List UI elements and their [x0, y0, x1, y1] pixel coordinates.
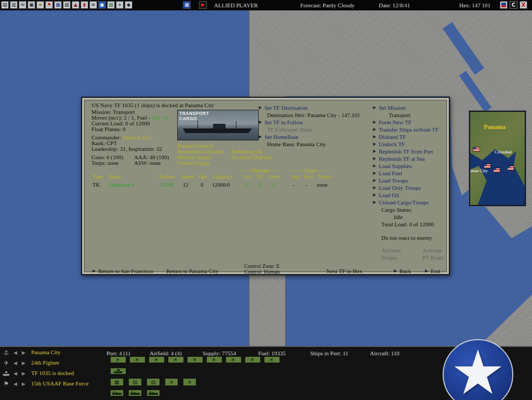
- activate-barges-button[interactable]: Activate: [381, 247, 401, 253]
- load-supplies-button[interactable]: Load Supplies: [373, 163, 411, 169]
- aircraft-icon[interactable]: ✈: [168, 356, 184, 363]
- next-tf-in-hex-button[interactable]: Next TF in Hex: [326, 268, 362, 274]
- facility-icon[interactable]: ▤: [128, 378, 142, 386]
- aircraft-icon[interactable]: ✈: [245, 356, 261, 363]
- exit-button[interactable]: Exit: [425, 268, 440, 274]
- load-only-troops-button[interactable]: Load Only Troops: [373, 185, 421, 191]
- next-unit-button[interactable]: ▶: [22, 381, 25, 386]
- ship-unit-icon[interactable]: [110, 368, 126, 375]
- td-ship-name[interactable]: Cathwood #: [108, 182, 135, 188]
- plane-glyph-icon: ✈: [115, 356, 122, 363]
- list-icon[interactable]: ▥: [10, 1, 18, 9]
- action-label: Disband TF: [379, 134, 406, 140]
- base-name-link[interactable]: Panama City: [31, 349, 61, 355]
- float-planes-line: Float Planes: 0: [91, 126, 125, 132]
- ground-unit-icon: ⚑: [2, 380, 10, 388]
- unload-cargo-button[interactable]: Unload Cargo/Troops: [373, 199, 429, 205]
- arrow-icon: [373, 164, 376, 167]
- load-oil-button[interactable]: Load Oil: [373, 192, 399, 198]
- aircraft-icon[interactable]: ✈: [149, 356, 165, 363]
- minimap[interactable]: Panama Cristobal ama City: [469, 111, 526, 206]
- prev-airgroup-button[interactable]: ◀: [14, 360, 17, 366]
- undock-tf-button[interactable]: Undock TF: [373, 141, 405, 147]
- prev-tf-button[interactable]: ◀: [14, 371, 17, 376]
- activate-pt-boats-button-line2[interactable]: PT Boats: [422, 254, 443, 261]
- factory-icon[interactable]: [147, 390, 160, 396]
- facility-icon[interactable]: ▤: [147, 378, 160, 386]
- load-fuel-button[interactable]: Load Fuel: [373, 170, 402, 176]
- disband-tf-button[interactable]: Disband TF: [373, 134, 406, 140]
- aircraft-icon[interactable]: ✈: [110, 356, 126, 363]
- nation-flag-icon[interactable]: [500, 1, 508, 9]
- factory-icon[interactable]: [128, 390, 142, 396]
- replenish-from-port-button[interactable]: Replenish TF from Port: [373, 148, 433, 154]
- flag-icon[interactable]: ⚑: [45, 1, 53, 9]
- reports-icon[interactable]: ≡: [89, 1, 97, 9]
- minimap-icon[interactable]: ▦: [183, 1, 191, 9]
- terrain-icon[interactable]: ▨: [107, 1, 115, 9]
- player-label: ALLIED PLAYER: [214, 2, 258, 8]
- prev-base-button[interactable]: ◀: [14, 350, 17, 355]
- activate-pt-boats-button[interactable]: Activate: [422, 247, 442, 253]
- us-flag-icon: [473, 147, 480, 151]
- gem-icon[interactable]: ◆: [125, 1, 132, 9]
- airgroup-link[interactable]: 24th Fighter: [31, 359, 59, 366]
- facility-icon[interactable]: ×: [183, 378, 196, 386]
- window-icon[interactable]: ▤: [1, 1, 9, 9]
- tf-info-dialog: US Navy TF 1035 (1 ships) is docked at P…: [81, 97, 450, 275]
- intel-icon[interactable]: ▧: [63, 1, 71, 9]
- center-button[interactable]: C: [510, 1, 517, 9]
- info-icon[interactable]: ▣: [28, 1, 35, 9]
- commander-name[interactable]: Swenor, D.L.: [123, 134, 153, 140]
- factory-icon[interactable]: [110, 390, 124, 396]
- load-troops-button[interactable]: Load Troops: [373, 177, 408, 184]
- prev-unit-button[interactable]: ◀: [14, 381, 17, 386]
- form-new-tf-button[interactable]: Form New TF: [373, 119, 411, 125]
- aircraft-icon[interactable]: ✈: [187, 356, 203, 363]
- react-toggle[interactable]: Do not react to enemy: [381, 235, 432, 241]
- return-to-san-francisco-button[interactable]: Return to San Francisco: [92, 268, 153, 274]
- facility-glyph-icon: ×: [188, 379, 192, 385]
- set-homebase-button[interactable]: Set HomeBase: [259, 134, 298, 140]
- ship-photo: TRANSPORT CARGO: [177, 110, 259, 140]
- close-icon[interactable]: X: [520, 1, 527, 9]
- aircraft-icon[interactable]: ✈: [129, 356, 145, 363]
- th-fires: Fires: [269, 174, 280, 179]
- th-type: Type: [92, 174, 103, 179]
- aircraft-icon[interactable]: ✈: [264, 356, 280, 363]
- th-sys: Sys: [243, 174, 251, 179]
- combat-icon[interactable]: ▮: [81, 1, 88, 9]
- next-airgroup-button[interactable]: ▶: [22, 360, 25, 366]
- globe-icon[interactable]: ●: [98, 1, 106, 9]
- transfer-ships-button[interactable]: Transfer Ships to/from TF: [373, 126, 438, 133]
- medical-icon[interactable]: +: [116, 1, 124, 9]
- set-mission-button[interactable]: Set Mission: [373, 105, 406, 111]
- action-label: Set Mission: [379, 105, 406, 111]
- aircraft-icon[interactable]: ✈: [225, 356, 242, 363]
- taskforce-link[interactable]: TF 1035 is docked: [31, 370, 74, 376]
- next-base-button[interactable]: ▶: [22, 350, 25, 355]
- aircraft-icon[interactable]: ✈: [206, 356, 222, 363]
- plane-glyph-icon: ✈: [153, 356, 160, 363]
- facility-icon[interactable]: ▦: [110, 378, 124, 386]
- replenish-at-sea-button[interactable]: Replenish TF at Sea: [373, 156, 425, 162]
- back-button[interactable]: Back: [394, 268, 411, 274]
- set-tf-destination-button[interactable]: Set TF Destination: [259, 105, 308, 111]
- fuel-stat: Fuel: 19335: [258, 350, 286, 356]
- toggle-no-auto-disband[interactable]: No Auto-Disband: [231, 154, 272, 160]
- mail-icon[interactable]: ✉: [19, 1, 26, 9]
- ground-unit-link[interactable]: 15th USAAF Base Force: [31, 380, 88, 386]
- run-turn-icon[interactable]: ▶: [199, 1, 207, 9]
- activate-barges-button-line2[interactable]: Barges: [381, 254, 397, 261]
- td-flt: 0: [258, 182, 260, 188]
- facility-icon[interactable]: ×: [165, 378, 178, 386]
- th-name: Name: [108, 174, 121, 179]
- return-to-panama-city-button[interactable]: Return to Panama City: [166, 268, 219, 274]
- units-icon[interactable]: ▦: [54, 1, 62, 9]
- sub-icon[interactable]: ▲: [72, 1, 79, 9]
- star-icon[interactable]: ★: [36, 1, 44, 9]
- cargo-group-header: ——Cargo——: [286, 167, 334, 173]
- next-tf-button[interactable]: ▶: [22, 371, 25, 376]
- set-tf-to-follow-button[interactable]: Set TF to Follow: [259, 119, 303, 125]
- toggle-unload-cargo[interactable]: Unload Cargo: [177, 160, 209, 166]
